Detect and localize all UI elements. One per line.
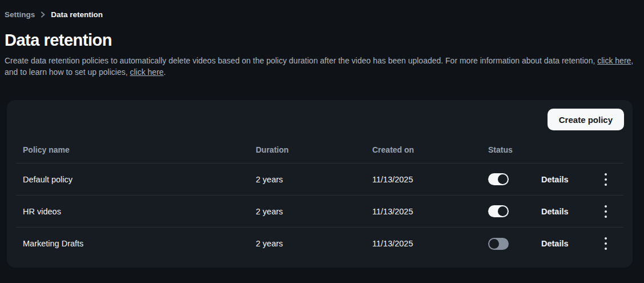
policy-duration: 2 years xyxy=(256,175,372,184)
table-row-2: Marketing Drafts 2 years 11/13/2025 Deta… xyxy=(16,228,623,260)
table-body: Default policy 2 years 11/13/2025 Detail… xyxy=(16,164,623,260)
policies-table: Policy name Duration Created on Status D… xyxy=(16,136,623,260)
policy-created-date: 11/13/2025 xyxy=(372,175,488,184)
breadcrumb-settings[interactable]: Settings xyxy=(5,10,35,19)
details-button[interactable]: Details xyxy=(541,239,569,248)
page-description: Create data retention policies to automa… xyxy=(5,55,639,78)
status-toggle[interactable] xyxy=(488,205,509,217)
toggle-knob xyxy=(489,239,499,249)
policy-created-date: 11/13/2025 xyxy=(372,207,488,216)
panel-toolbar: Create policy xyxy=(7,100,633,130)
column-header-policy-name: Policy name xyxy=(23,145,256,154)
policy-duration: 2 years xyxy=(256,239,372,248)
table-row-0: Default policy 2 years 11/13/2025 Detail… xyxy=(16,164,623,196)
status-toggle[interactable] xyxy=(488,238,509,250)
create-policy-button[interactable]: Create policy xyxy=(548,109,624,130)
details-button[interactable]: Details xyxy=(541,175,569,184)
table-row-1: HR videos 2 years 11/13/2025 Details xyxy=(16,196,623,228)
kebab-menu-icon[interactable] xyxy=(602,234,610,254)
kebab-menu-icon[interactable] xyxy=(602,201,610,221)
click-here-link-setup[interactable]: click here xyxy=(130,67,163,77)
policy-name: HR videos xyxy=(23,207,256,216)
settings-page: Settings Data retention Data retention C… xyxy=(0,0,644,268)
description-text-1: Create data retention policies to automa… xyxy=(5,56,597,65)
toggle-knob xyxy=(498,174,508,184)
details-button[interactable]: Details xyxy=(541,207,569,216)
column-header-status: Status xyxy=(488,145,541,154)
column-header-created-on: Created on xyxy=(372,145,488,154)
description-text-3: . xyxy=(164,67,166,77)
policy-duration: 2 years xyxy=(256,207,372,216)
click-here-link-info[interactable]: click here xyxy=(597,56,631,65)
chevron-right-icon xyxy=(40,11,46,18)
policy-name: Marketing Drafts xyxy=(23,239,256,248)
table-header-row: Policy name Duration Created on Status xyxy=(16,136,623,164)
column-header-duration: Duration xyxy=(256,145,372,154)
breadcrumb: Settings Data retention xyxy=(5,10,639,19)
policy-name: Default policy xyxy=(23,175,256,184)
status-toggle[interactable] xyxy=(488,173,509,185)
policies-panel: Create policy Policy name Duration Creat… xyxy=(7,100,633,268)
page-title: Data retention xyxy=(5,31,639,50)
toggle-knob xyxy=(498,206,508,216)
breadcrumb-data-retention: Data retention xyxy=(51,10,103,19)
kebab-menu-icon[interactable] xyxy=(602,169,610,189)
policy-created-date: 11/13/2025 xyxy=(372,239,488,248)
